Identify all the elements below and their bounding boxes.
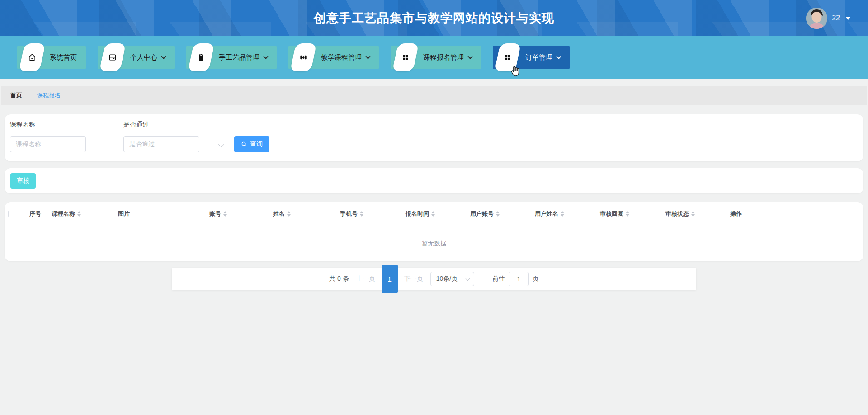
grid-icon bbox=[392, 43, 419, 71]
col-signup-time[interactable]: 报名时间 bbox=[401, 210, 466, 218]
col-user-account[interactable]: 用户账号 bbox=[466, 210, 530, 218]
chevron-down-icon bbox=[365, 54, 370, 59]
breadcrumb-current[interactable]: 课程报名 bbox=[37, 91, 61, 99]
nav-item-personal-center[interactable]: 个人中心 bbox=[98, 46, 175, 69]
chevron-down-icon bbox=[556, 54, 561, 59]
nav-item-label: 系统首页 bbox=[50, 53, 77, 62]
film-icon bbox=[290, 43, 316, 71]
col-account[interactable]: 账号 bbox=[205, 210, 269, 218]
nav-item-enrollment-mgmt[interactable]: 课程报名管理 bbox=[391, 46, 481, 69]
grid-icon bbox=[494, 43, 521, 71]
table-header-checkbox-cell bbox=[5, 211, 25, 217]
col-actions: 操作 bbox=[726, 210, 863, 218]
pagination-total: 共 0 条 bbox=[329, 275, 349, 283]
user-dropdown-caret-icon[interactable] bbox=[845, 17, 851, 20]
sort-icon[interactable] bbox=[223, 211, 227, 217]
table-empty-state: 暂无数据 bbox=[5, 226, 863, 261]
current-page-button[interactable]: 1 bbox=[382, 265, 398, 293]
app-header: 创意手工艺品集市与教学网站的设计与实现 22 bbox=[0, 0, 868, 36]
nav-item-handicraft-mgmt[interactable]: 手工艺品管理 bbox=[186, 46, 277, 69]
nav-item-system-home[interactable]: 系统首页 bbox=[17, 46, 86, 69]
col-name[interactable]: 姓名 bbox=[269, 210, 335, 218]
col-index: 序号 bbox=[25, 210, 47, 218]
sort-icon[interactable] bbox=[496, 211, 500, 217]
page-size-select[interactable]: 10条/页 bbox=[430, 272, 474, 286]
select-all-checkbox[interactable] bbox=[8, 211, 14, 217]
course-name-input[interactable] bbox=[10, 136, 86, 152]
query-button-label: 查询 bbox=[250, 140, 263, 148]
course-name-label: 课程名称 bbox=[10, 121, 35, 129]
prev-page-button[interactable]: 上一页 bbox=[356, 275, 375, 283]
col-user-name[interactable]: 用户姓名 bbox=[530, 210, 595, 218]
nav-item-order-mgmt[interactable]: 订单管理 bbox=[493, 46, 570, 69]
search-icon bbox=[241, 141, 247, 147]
pass-status-select[interactable]: 是否通过 bbox=[123, 136, 199, 152]
clipboard-icon bbox=[188, 43, 214, 71]
col-audit-reply[interactable]: 审核回复 bbox=[595, 210, 661, 218]
pagination: 共 0 条 上一页 1 下一页 10条/页 前往 页 bbox=[172, 268, 696, 290]
goto-label: 前往 bbox=[492, 275, 505, 283]
col-phone[interactable]: 手机号 bbox=[335, 210, 401, 218]
nav-item-label: 手工艺品管理 bbox=[219, 53, 259, 62]
user-menu[interactable]: 22 bbox=[806, 0, 851, 36]
search-panel: 课程名称 是否通过 是否通过 查询 bbox=[5, 114, 863, 161]
nav-item-label: 教学课程管理 bbox=[321, 53, 362, 62]
col-image: 图片 bbox=[113, 210, 205, 218]
chevron-down-icon bbox=[263, 54, 268, 59]
sort-icon[interactable] bbox=[691, 211, 695, 217]
pass-status-select-placeholder: 是否通过 bbox=[129, 140, 155, 148]
data-table: 序号 课程名称 图片 账号 姓名 手机号 报名时间 用户账号 bbox=[5, 202, 863, 261]
avatar[interactable] bbox=[806, 8, 827, 29]
goto-page-input[interactable] bbox=[509, 272, 529, 286]
sort-icon[interactable] bbox=[77, 211, 81, 217]
col-audit-status[interactable]: 审核状态 bbox=[661, 210, 726, 218]
breadcrumb: 首页 — 课程报名 bbox=[1, 86, 867, 105]
nav-item-label: 订单管理 bbox=[525, 53, 552, 62]
chevron-down-icon bbox=[465, 277, 470, 281]
audit-button[interactable]: 审核 bbox=[10, 173, 36, 189]
breadcrumb-separator: — bbox=[27, 92, 33, 99]
sort-icon[interactable] bbox=[360, 211, 363, 217]
col-course-name[interactable]: 课程名称 bbox=[47, 210, 113, 218]
pass-status-label: 是否通过 bbox=[123, 121, 149, 129]
home-icon bbox=[19, 43, 45, 71]
page-size-value: 10条/页 bbox=[436, 275, 458, 283]
goto-unit-label: 页 bbox=[533, 275, 539, 283]
sort-icon[interactable] bbox=[626, 211, 629, 217]
select-chevron-down-icon[interactable] bbox=[218, 141, 224, 147]
user-name[interactable]: 22 bbox=[832, 14, 840, 22]
chevron-down-icon bbox=[161, 54, 166, 59]
nav-item-label: 个人中心 bbox=[130, 53, 157, 62]
sort-icon[interactable] bbox=[431, 211, 435, 217]
query-button[interactable]: 查询 bbox=[234, 136, 269, 152]
page-title: 创意手工艺品集市与教学网站的设计与实现 bbox=[314, 10, 554, 26]
sort-icon[interactable] bbox=[287, 211, 291, 217]
chevron-down-icon bbox=[467, 54, 472, 59]
sort-icon[interactable] bbox=[561, 211, 564, 217]
nav-item-label: 课程报名管理 bbox=[423, 53, 464, 62]
next-page-button[interactable]: 下一页 bbox=[404, 275, 423, 283]
table-header-row: 序号 课程名称 图片 账号 姓名 手机号 报名时间 用户账号 bbox=[5, 202, 863, 226]
nav-item-course-mgmt[interactable]: 教学课程管理 bbox=[288, 46, 379, 69]
toolbar-panel: 审核 bbox=[5, 168, 863, 193]
personal-center-icon bbox=[99, 43, 126, 71]
breadcrumb-home[interactable]: 首页 bbox=[10, 91, 22, 99]
main-nav: 系统首页 个人中心 手工艺品管理 教学课程管 bbox=[0, 36, 868, 79]
